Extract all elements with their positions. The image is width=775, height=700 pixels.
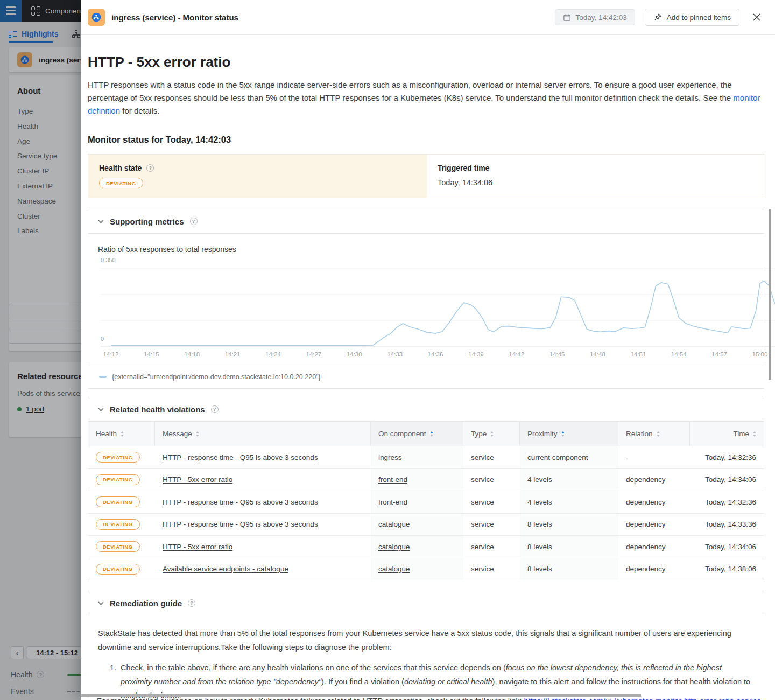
message-cell: HTTP - 5xx error ratio — [155, 536, 371, 558]
component-link[interactable]: catalogue — [378, 565, 410, 573]
column-header-type[interactable]: Type — [463, 422, 520, 446]
add-to-pinned-button[interactable]: Add to pinned items — [645, 9, 739, 26]
sort-icon — [657, 431, 660, 437]
column-header-health[interactable]: Health — [88, 422, 155, 446]
x-axis-tick: 14:36 — [428, 351, 443, 358]
type-cell: service — [463, 536, 520, 558]
calendar-icon — [563, 13, 571, 22]
metrics-chart-svg — [101, 264, 775, 352]
health-state-label: Health state — [99, 164, 142, 172]
proximity-cell: 8 levels — [520, 536, 618, 558]
sort-icon — [561, 431, 565, 437]
vertical-scrollbar-thumb[interactable] — [769, 209, 771, 380]
time-cell: Today, 14:38:06 — [690, 558, 764, 580]
x-axis-tick: 14:42 — [509, 351, 524, 358]
chart-legend: {externalId="urn:endpoint:/demo-dev.demo… — [99, 373, 321, 381]
column-header-time[interactable]: Time — [690, 422, 764, 446]
violation-message-link[interactable]: HTTP - response time - Q95 is above 3 se… — [163, 520, 318, 528]
health-cell: DEVIATING — [88, 469, 155, 491]
health-badge: DEVIATING — [96, 564, 140, 575]
step-text: deviating or critical health — [404, 677, 492, 686]
sort-icon — [430, 431, 433, 437]
column-header-on-component[interactable]: On component — [371, 422, 463, 446]
x-ticks: 14:1214:1514:1814:2114:2414:2714:3014:33… — [101, 351, 775, 359]
violations-table-header: HealthMessageOn componentTypeProximityRe… — [88, 422, 764, 446]
remediation-help-icon[interactable]: ? — [188, 599, 195, 607]
component-cell: front-end — [371, 491, 463, 513]
component-link[interactable]: front-end — [378, 498, 407, 506]
table-row: DEVIATINGHTTP - 5xx error ratiocatalogue… — [88, 535, 764, 558]
sort-up-arrow — [753, 431, 756, 433]
supporting-metrics-header[interactable]: Supporting metrics ? — [88, 209, 764, 234]
type-cell: service — [463, 491, 520, 513]
time-picker-button[interactable]: Today, 14:42:03 — [555, 9, 635, 25]
sort-up-arrow — [121, 431, 124, 433]
proximity-cell: 8 levels — [520, 558, 618, 580]
supporting-metrics-section: Supporting metrics ? Ratio of 5xx respon… — [88, 209, 764, 389]
violations-table: HealthMessageOn componentTypeProximityRe… — [88, 422, 764, 580]
x-axis-tick: 14:45 — [549, 351, 565, 358]
time-cell: Today, 14:34:06 — [690, 536, 764, 558]
message-cell: HTTP - response time - Q95 is above 3 se… — [155, 446, 371, 468]
violation-message-link[interactable]: HTTP - 5xx error ratio — [163, 543, 232, 551]
guidance-link[interactable]: https://l.stackstate.com/ui-kubernetes-m… — [524, 697, 762, 700]
component-cell: catalogue — [371, 536, 463, 558]
component-link[interactable]: front-end — [378, 475, 407, 484]
violation-message-link[interactable]: HTTP - response time - Q95 is above 3 se… — [163, 453, 318, 461]
monitor-status-modal: ingress (service) - Monitor status Today… — [81, 0, 775, 700]
message-cell: HTTP - response time - Q95 is above 3 se… — [155, 514, 371, 536]
health-badge: DEVIATING — [96, 519, 140, 530]
violation-message-link[interactable]: Available service endpoints - catalogue — [163, 565, 288, 573]
relation-cell: - — [618, 446, 690, 468]
page-title: HTTP - 5xx error ratio — [88, 53, 764, 71]
status-heading: Monitor status for Today, 14:42:03 — [88, 134, 764, 145]
violations-help-icon[interactable]: ? — [211, 405, 219, 413]
column-header-message[interactable]: Message — [155, 422, 371, 446]
column-header-proximity[interactable]: Proximity — [520, 422, 618, 446]
violation-message-link[interactable]: HTTP - response time - Q95 is above 3 se… — [163, 498, 318, 506]
sort-down-arrow — [490, 435, 494, 437]
type-cell: service — [463, 446, 520, 468]
component-link[interactable]: catalogue — [378, 520, 410, 528]
proximity-cell: 8 levels — [520, 514, 618, 536]
relation-cell: dependency — [618, 469, 690, 491]
remediation-header[interactable]: Remediation guide ? — [88, 591, 764, 615]
violations-header[interactable]: Related health violations ? — [88, 397, 764, 422]
component-name: ingress — [378, 453, 402, 461]
health-state-badge: DEVIATING — [99, 178, 143, 188]
x-axis-tick: 14:21 — [225, 351, 241, 358]
health-cell: DEVIATING — [88, 491, 155, 513]
time-cell: Today, 14:32:36 — [690, 446, 764, 468]
monitor-description: HTTP responses with a status code in the… — [88, 79, 764, 117]
column-label: Type — [471, 430, 487, 438]
column-label: On component — [378, 430, 426, 438]
health-cell: DEVIATING — [88, 446, 155, 468]
y-axis-tick-max: 0.350 — [101, 257, 116, 263]
message-cell: HTTP - response time - Q95 is above 3 se… — [155, 491, 371, 513]
pin-icon — [653, 13, 662, 22]
relation-cell: dependency — [618, 514, 690, 536]
violation-message-link[interactable]: HTTP - 5xx error ratio — [163, 475, 232, 484]
health-state-help-icon[interactable]: ? — [146, 164, 154, 172]
column-header-relation[interactable]: Relation — [618, 422, 690, 446]
x-axis-tick: 14:51 — [630, 351, 646, 358]
component-link[interactable]: catalogue — [378, 543, 410, 551]
sort-down-arrow — [196, 435, 199, 437]
legend-divider — [88, 366, 764, 366]
time-cell: Today, 14:32:36 — [690, 491, 764, 513]
chevron-down-icon — [98, 601, 104, 605]
column-label: Relation — [626, 430, 653, 438]
column-label: Health — [96, 430, 117, 438]
sort-up-arrow — [561, 431, 565, 433]
chevron-down-icon — [98, 408, 104, 411]
supporting-metrics-help-icon[interactable]: ? — [190, 218, 198, 225]
x-axis-tick: 14:24 — [265, 351, 281, 358]
message-cell: HTTP - 5xx error ratio — [155, 469, 371, 491]
close-icon[interactable] — [751, 12, 762, 23]
x-axis-tick: 14:33 — [387, 351, 403, 358]
remediation-body: StackState has detected that more than 5… — [88, 615, 764, 700]
health-cell: DEVIATING — [88, 536, 155, 558]
health-cell: DEVIATING — [88, 514, 155, 536]
x-axis-tick: 14:30 — [347, 351, 362, 358]
sort-down-arrow — [657, 435, 660, 437]
